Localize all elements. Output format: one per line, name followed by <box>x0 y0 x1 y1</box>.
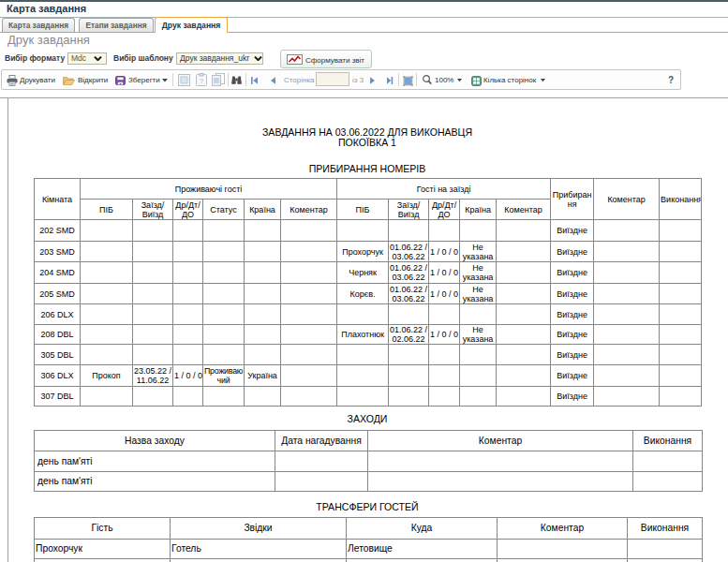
svg-text:?: ? <box>200 77 204 85</box>
